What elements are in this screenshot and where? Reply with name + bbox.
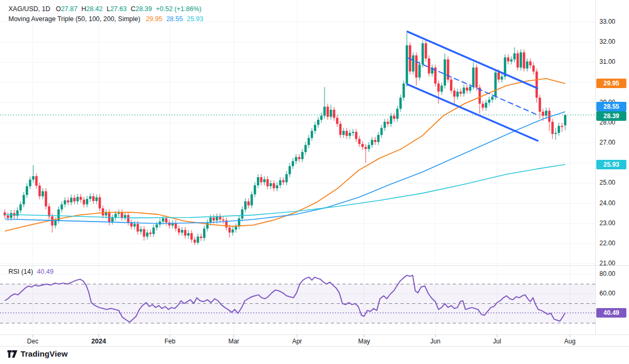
ma200-line[interactable]	[5, 165, 565, 218]
rsi-value: 40.49	[37, 268, 53, 275]
time-axis-label: Feb	[165, 338, 176, 345]
ohlc-open-value: 27.87	[61, 5, 77, 13]
price-axis-label: 31.00	[599, 58, 615, 65]
time-axis-label: Jun	[430, 338, 440, 345]
tradingview-logo-icon	[7, 350, 17, 358]
time-axis-label: Apr	[292, 338, 302, 345]
ohlc-close-label: C	[131, 5, 136, 13]
time-axis-label: Mar	[228, 338, 240, 345]
ma50-price-badge: 29.95	[596, 79, 626, 88]
ohlc-low-value: 27.63	[110, 5, 127, 13]
price-axis-label: 27.00	[599, 139, 615, 146]
ohlc-open-label: O	[56, 5, 61, 13]
rsi-label: RSI	[8, 268, 20, 275]
last-price-badge: 28.39	[596, 111, 626, 121]
ma-legend-row[interactable]: Moving Average Triple (50, 100, 200, Sim…	[8, 14, 203, 24]
rsi-params: (14)	[21, 268, 33, 275]
ohlc-high-label: H	[81, 5, 86, 13]
ma100-line[interactable]	[5, 112, 565, 224]
symbol-title[interactable]: XAG/USD, 1D	[8, 5, 50, 13]
rsi-legend-row[interactable]: RSI (14) 40.49	[8, 268, 53, 275]
time-axis-label: Aug	[564, 338, 575, 345]
channel-lower-line[interactable]	[407, 84, 538, 141]
ma-indicator-label: Moving Average Triple (50, 100, 200, Sim…	[8, 15, 140, 23]
price-axis-label: 22.00	[599, 240, 615, 247]
ma200-price-badge: 25.93	[596, 160, 626, 169]
price-axis-label: 32.00	[599, 38, 615, 45]
ma50-value: 29.95	[146, 15, 162, 23]
time-axis-label: Dec	[27, 338, 38, 345]
price-axis-label: 25.00	[599, 179, 615, 186]
chart-canvas[interactable]	[0, 0, 629, 364]
price-axis-label: 23.00	[599, 219, 615, 227]
time-axis-label: May	[358, 338, 370, 345]
tradingview-logo-text: TradingView	[21, 349, 68, 358]
change-value: +0.52 (+1.86%)	[156, 5, 201, 13]
tradingview-chart: XAG/USD, 1D O27.87 H28.42 L27.63 C28.39 …	[0, 0, 629, 364]
tradingview-logo[interactable]: TradingView	[7, 349, 68, 358]
ohlc-high-value: 28.42	[86, 5, 102, 13]
ma200-value: 25.93	[187, 15, 203, 23]
rsi-axis-label: 80.00	[599, 270, 615, 277]
time-axis-label: 2024	[91, 338, 106, 345]
price-axis-label: 24.00	[599, 199, 615, 207]
ma50-line[interactable]	[5, 79, 565, 231]
legend: XAG/USD, 1D O27.87 H28.42 L27.63 C28.39 …	[8, 4, 203, 24]
ohlc-close-value: 28.39	[136, 5, 152, 13]
price-axis-label: 33.00	[599, 18, 615, 25]
ma100-price-badge: 28.55	[596, 102, 626, 111]
rsi-value-badge: 40.49	[596, 308, 626, 318]
rsi-axis-label: 60.00	[599, 290, 615, 297]
symbol-legend-row[interactable]: XAG/USD, 1D O27.87 H28.42 L27.63 C28.39 …	[8, 4, 203, 14]
ohlc-low-label: L	[107, 5, 110, 13]
ma100-value: 28.55	[166, 15, 183, 23]
price-axis-label: 21.00	[599, 260, 615, 267]
time-axis-label: Jul	[493, 338, 501, 345]
